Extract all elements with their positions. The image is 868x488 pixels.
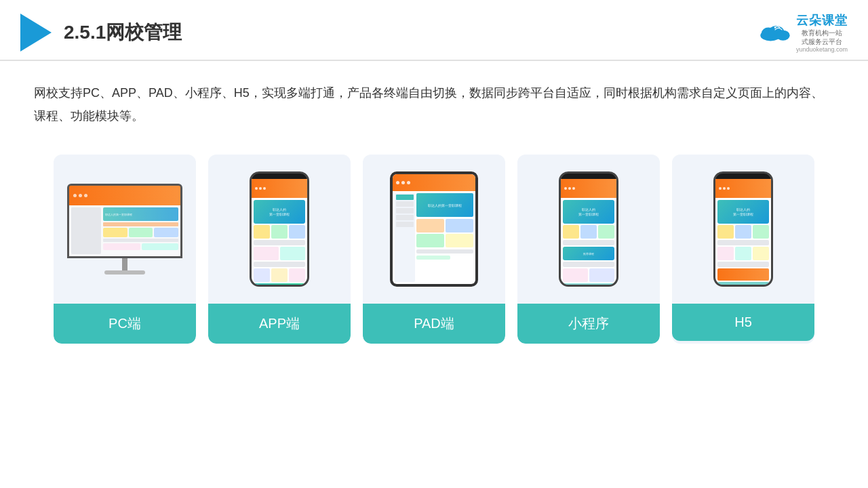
brand-icon: 云朵课堂 教育机构一站式服务云平台 yunduoketang.com	[758, 12, 848, 53]
card-pad-label: PAD端	[363, 304, 505, 344]
description-paragraph: 网校支持PC、APP、PAD、小程序、H5，实现多端打通，产品各终端自由切换，数…	[34, 81, 834, 127]
tablet-icon: 职达人的第一堂职课程	[390, 171, 478, 287]
card-app-image: 职达人的第一堂职课程	[208, 155, 351, 304]
svg-point-4	[774, 26, 776, 28]
card-pc-label: PC端	[54, 304, 196, 344]
brand-text-block: 云朵课堂 教育机构一站式服务云平台 yunduoketang.com	[796, 12, 848, 53]
brand-name: 云朵课堂	[796, 12, 848, 28]
cards-container: 职达人的第一堂职课程	[0, 134, 868, 357]
card-h5-image: 职达人的第一堂职课程	[672, 155, 814, 304]
card-pad-image: 职达人的第一堂职课程	[363, 155, 505, 304]
card-pc-image: 职达人的第一堂职课程	[54, 155, 196, 304]
page-title: 2.5.1网校管理	[64, 20, 182, 45]
header-left: 2.5.1网校管理	[20, 14, 182, 52]
card-h5: 职达人的第一堂职课程	[672, 155, 814, 344]
phone-h5-icon: 职达人的第一堂职课程	[713, 171, 773, 287]
logo-triangle-icon	[20, 14, 52, 52]
cloud-icon	[758, 22, 792, 43]
card-miniapp-label: 小程序	[517, 304, 660, 344]
brand-url: yunduoketang.com	[796, 46, 848, 53]
brand-tagline: 教育机构一站式服务云平台	[796, 28, 848, 46]
card-h5-label: H5	[672, 304, 814, 341]
svg-point-3	[776, 30, 790, 41]
description-text: 网校支持PC、APP、PAD、小程序、H5，实现多端打通，产品各终端自由切换，数…	[0, 61, 868, 134]
card-pad: 职达人的第一堂职课程	[363, 155, 505, 344]
phone-app-icon: 职达人的第一堂职课程	[250, 171, 309, 287]
card-pc: 职达人的第一堂职课程	[54, 155, 196, 344]
brand-logo: 云朵课堂 教育机构一站式服务云平台 yunduoketang.com	[758, 12, 848, 53]
card-miniapp-image: 职达人的第一堂职课程 推荐课程	[517, 155, 660, 304]
card-app-label: APP端	[208, 304, 351, 344]
card-app: 职达人的第一堂职课程	[208, 155, 351, 344]
phone-miniapp-icon: 职达人的第一堂职课程 推荐课程	[559, 171, 618, 287]
header: 2.5.1网校管理 云朵课堂 教育机构一站式服务云平台 yunduoketang…	[0, 0, 868, 61]
card-miniapp: 职达人的第一堂职课程 推荐课程	[517, 155, 660, 344]
pc-monitor-icon: 职达人的第一堂职课程	[67, 184, 182, 274]
